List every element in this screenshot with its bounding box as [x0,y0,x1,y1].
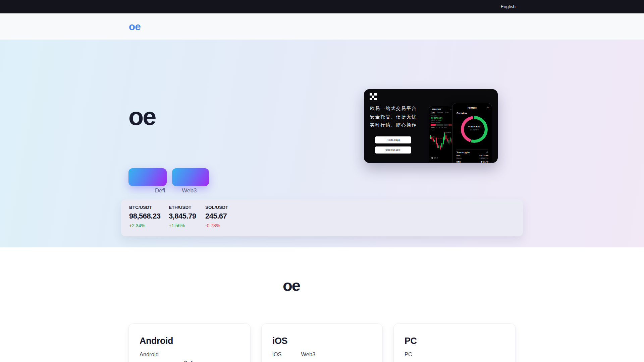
watermark: OKX [431,157,438,159]
features-heading: oe [283,276,300,295]
timeframe-option: 1h [436,127,437,128]
tab-overview: Overview [437,112,443,113]
card-body-line1: Android [140,351,239,358]
timeframe-option: 1d [441,127,443,128]
donut-value: $2,132.89 [461,128,488,130]
download-card-android[interactable]: Android Android Defi [128,323,251,362]
defi-label: Defi [155,187,165,194]
asset-row-btc: BTC Bitcoin $2,132.89 0.10952226 [457,155,488,159]
tab-index: Index [445,112,449,113]
ticker-change: +1.56% [169,223,196,228]
trade-price: 9,126.31 [431,116,443,120]
card-title: Android [140,336,239,346]
trade-change: +1.39% [438,120,442,121]
ticker-change: -0.78% [205,223,228,228]
promo-unlock-button: 解锁欧易体验 [375,146,411,154]
promo-headlines: 欧易一站式交易平台 安全托管、便捷无忧 实时行情、随心操作 [364,105,423,129]
web3-label: Web3 [182,187,197,194]
portfolio-title: Portfolio [452,107,492,109]
timeframe-row: 15min1h4h1dMore [431,127,448,128]
language-selector[interactable]: English [501,4,516,9]
tab-chart: Chart [431,112,435,114]
trade-tabs: ChartOverviewIndex [431,112,451,113]
card-title: PC [405,336,504,346]
your-crypto-label: Your crypto⟳ [457,149,488,154]
market-tag-chip [431,124,436,126]
ticker-item-sol: SOL/USDT 245.67 -0.78% [205,205,228,228]
page: English oe oe oe DefiWeb3 欧易一站式交易平台 安全托管… [0,0,644,362]
download-card-pc[interactable]: PC PC [393,323,516,362]
donut-percent: 44.88% BTC [461,125,488,128]
swap-icon: ⇄ [450,108,451,110]
ticker-strip: BTC/USDT 98,568.23 +2.34% ETH/USDT 3,845… [121,199,523,236]
ticker-change: +2.34% [129,223,160,228]
last-price-label: Last price ▾ [431,115,437,116]
hero-subtitle-line2: DefiWeb3 [128,187,197,194]
overview-label: Overview [457,112,467,114]
promo-headline-1: 欧易一站式交易平台 [364,105,423,113]
market-tag-chip [436,124,443,126]
phone-mockup-trade: ‹ ETH/USDT⇄ ChartOverviewIndex Last pric… [429,106,453,163]
card-title: iOS [272,336,372,346]
card-body-extra: Web3 [301,351,316,357]
promo-headline-2: 安全托管、便捷无忧 [364,113,423,121]
trade-approx: ≈¥9,126.31+1.39% [431,120,441,121]
trade-header: ‹ ETH/USDT⇄ [431,108,451,110]
donut-center: 44.88% BTC $2,132.89 [461,125,488,130]
hero-title: oe [128,104,155,129]
top-bar: English [0,0,644,13]
watermark-logo-icon [431,157,433,159]
gear-icon: ⚙ [487,106,489,109]
candle-chart: 9,034.56 9,150.00 [430,130,452,152]
hero-primary-button[interactable] [128,168,167,186]
phone-mockup-portfolio: Portfolio ⚙ Overview 44.88% BTC $2,132.8… [452,103,492,163]
hero-secondary-button[interactable] [172,168,209,186]
promo-headline-3: 实时行情、随心操作 [364,121,423,129]
card-body-line2: Defi [183,360,239,362]
asset-row-eth: ETH Ethereum $431.47 0.09180457 [457,161,488,163]
trade-volume: Vol(24h) 409.02M [431,122,440,123]
ticker-item-btc: BTC/USDT 98,568.23 +2.34% [129,205,160,228]
pair-label: ETH/USDT [432,108,441,110]
timeframe-option: 15min [431,127,434,129]
okx-logo-icon [370,93,377,100]
refresh-icon: ⟳ [486,151,488,154]
high-label: 9,150.00 [446,132,451,133]
card-body-line1: iOSWeb3 [272,351,372,358]
chip-row [431,124,453,126]
timeframe-option: 4h [439,127,440,128]
brand-logo[interactable]: oe [129,21,141,33]
card-body-line1: PC [405,351,504,358]
promo-download-button: 下载欧易app [375,136,411,143]
back-icon: ‹ [431,108,431,110]
site-header: oe [0,13,644,40]
timeframe-option: More [444,127,447,128]
promo-card: 欧易一站式交易平台 安全托管、便捷无忧 实时行情、随心操作 下载欧易app 解锁… [364,89,498,163]
download-card-ios[interactable]: iOS iOSWeb3 [261,323,383,362]
ticker-item-eth: ETH/USDT 3,845.79 +1.56% [169,205,196,228]
market-tag-chip [444,124,448,126]
